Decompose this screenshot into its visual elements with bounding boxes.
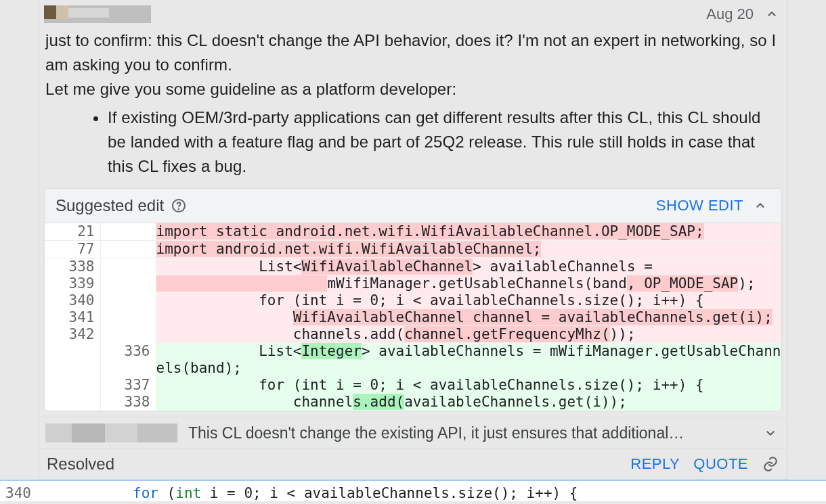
diff-row: 336 List<Integer> availableChannels = mW… (45, 343, 781, 377)
new-line-number (100, 241, 156, 258)
resolved-label: Resolved (47, 455, 114, 474)
reply-preview-text: This CL doesn't change the existing API,… (188, 424, 749, 442)
source-line: 340 for (int i = 0; i < availableChannel… (0, 480, 826, 501)
reply-button[interactable]: REPLY (630, 455, 680, 473)
diff-code: for (int i = 0; i < availableChannels.si… (156, 377, 781, 394)
diff-row: 341 WifiAvailableChannel channel = avail… (45, 309, 781, 326)
new-line-number (100, 258, 156, 276)
collapse-diff-icon[interactable] (750, 196, 770, 216)
link-icon[interactable] (762, 455, 779, 473)
comment-bullet: If existing OEM/3rd-party applications c… (108, 106, 781, 179)
old-line-number: 339 (45, 275, 100, 292)
reply-author-redacted (45, 423, 177, 442)
suggested-edit-header: Suggested edit SHOW EDIT (45, 189, 781, 223)
new-line-number (100, 223, 156, 241)
suggested-edit-title: Suggested edit (56, 196, 164, 215)
diff-row: 340 for (int i = 0; i < availableChannel… (45, 292, 781, 309)
diff-code: import static android.net.wifi.WifiAvail… (156, 223, 781, 241)
diff-row: 21import static android.net.wifi.WifiAva… (45, 223, 781, 241)
suggested-edit-block: Suggested edit SHOW EDIT 21import static… (44, 188, 782, 411)
old-line-number (45, 377, 100, 394)
expand-reply-icon[interactable] (760, 423, 781, 443)
diff-code: List<Integer> availableChannels = mWifiM… (156, 343, 781, 377)
comment-card: Aug 20 just to confirm: this CL doesn't … (38, 0, 788, 480)
old-line-number (45, 394, 100, 411)
old-line-number: 21 (45, 223, 100, 241)
reply-row[interactable]: This CL doesn't change the existing API,… (39, 417, 787, 449)
old-line-number: 77 (45, 241, 100, 258)
diff-code: for (int i = 0; i < availableChannels.si… (156, 292, 781, 309)
diff-row: 339 mWifiManager.getUsableChannels(band,… (45, 275, 781, 292)
collapse-icon[interactable] (762, 4, 782, 24)
comment-paragraph: just to confirm: this CL doesn't change … (45, 28, 781, 77)
new-line-number (100, 326, 156, 343)
diff-code: import android.net.wifi.WifiAvailableCha… (156, 241, 781, 258)
new-line-number: 336 (100, 343, 156, 377)
diff-row: 338 List<WifiAvailableChannel> available… (45, 258, 781, 276)
diff-code: channels.add(availableChannels.get(i)); (156, 394, 781, 411)
diff-code: WifiAvailableChannel channel = available… (156, 309, 781, 326)
new-line-number (100, 275, 156, 292)
diff-row: 77import android.net.wifi.WifiAvailableC… (45, 241, 781, 258)
diff-code: List<WifiAvailableChannel> availableChan… (156, 258, 781, 276)
new-line-number: 338 (100, 394, 156, 411)
old-line-number: 341 (45, 309, 100, 326)
old-line-number: 340 (45, 292, 100, 309)
comment-footer: Resolved REPLY QUOTE (39, 449, 787, 479)
author-avatar-redacted (44, 5, 151, 23)
line-number: 340 (0, 485, 38, 501)
diff-table: 21import static android.net.wifi.WifiAva… (45, 223, 781, 411)
new-line-number (100, 292, 156, 309)
diff-code: mWifiManager.getUsableChannels(band, OP_… (156, 275, 781, 292)
diff-row: 337 for (int i = 0; i < availableChannel… (45, 377, 781, 394)
comment-date: Aug 20 (706, 5, 754, 23)
show-edit-button[interactable]: SHOW EDIT (656, 197, 743, 214)
quote-button[interactable]: QUOTE (693, 455, 748, 473)
old-line-number: 342 (45, 326, 100, 343)
code-content: for (int i = 0; i < availableChannels.si… (38, 485, 578, 501)
old-line-number: 338 (45, 258, 100, 276)
diff-row: 338 channels.add(availableChannels.get(i… (45, 394, 781, 411)
svg-point-1 (178, 208, 179, 210)
comment-paragraph: Let me give you some guideline as a plat… (45, 77, 781, 101)
comment-header: Aug 20 (39, 0, 787, 26)
new-line-number: 337 (100, 377, 156, 394)
comment-body: just to confirm: this CL doesn't change … (39, 26, 787, 188)
diff-row: 342 channels.add(channel.getFrequencyMhz… (45, 326, 781, 343)
diff-code: channels.add(channel.getFrequencyMhz()); (156, 326, 781, 343)
old-line-number (45, 343, 100, 377)
help-icon[interactable] (171, 198, 187, 214)
new-line-number (100, 309, 156, 326)
